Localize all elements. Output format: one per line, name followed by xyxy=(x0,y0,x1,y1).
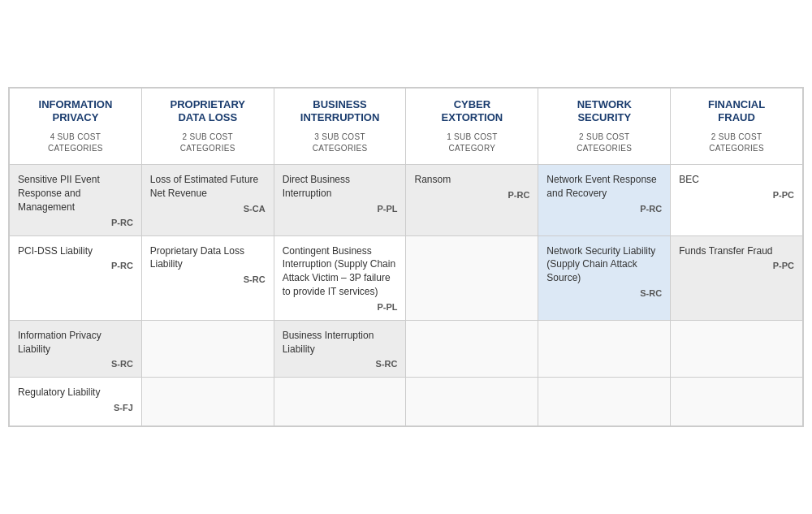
table-row: Proprietary Data Loss LiabilityS-RC xyxy=(142,236,274,321)
cell-label: Regulatory Liability xyxy=(18,386,133,400)
header-title-cyber-extortion: CYBER EXTORTION xyxy=(412,98,531,126)
header-title-financial-fraud: FINANCIAL FRAUD xyxy=(677,98,796,126)
header-sub-prop-data-loss: 2 SUB COST CATEGORIES xyxy=(149,132,267,154)
cell-code: P-RC xyxy=(18,218,133,227)
cell-code: P-PC xyxy=(679,261,794,270)
header-cell-info-privacy: INFORMATION PRIVACY4 SUB COST CATEGORIES xyxy=(10,89,142,166)
header-title-info-privacy: INFORMATION PRIVACY xyxy=(16,98,135,126)
header-cell-network-security: NETWORK SECURITY2 SUB COST CATEGORIES xyxy=(538,89,671,166)
cell-code: S-RC xyxy=(546,288,662,298)
cell-label: Proprietary Data Loss Liability xyxy=(150,244,266,272)
cell-code: P-RC xyxy=(18,261,133,270)
cell-code: P-RC xyxy=(546,204,662,214)
cell-code: P-PL xyxy=(283,204,398,214)
header-sub-biz-interruption: 3 SUB COST CATEGORIES xyxy=(281,132,400,154)
header-title-network-security: NETWORK SECURITY xyxy=(545,98,663,126)
header-cell-financial-fraud: FINANCIAL FRAUD2 SUB COST CATEGORIES xyxy=(671,89,803,166)
cell-code: S-RC xyxy=(18,359,133,369)
cell-code: S-RC xyxy=(150,274,266,284)
table-row: Contingent Business Interruption (Supply… xyxy=(274,236,407,321)
table-row xyxy=(274,378,407,426)
header-sub-cyber-extortion: 1 SUB COST CATEGORY xyxy=(412,132,531,154)
table-row xyxy=(538,321,671,378)
table-row: Regulatory LiabilityS-FJ xyxy=(10,378,142,426)
cell-label: PCI-DSS Liability xyxy=(18,244,133,258)
header-cell-biz-interruption: BUSINESS INTERRUPTION3 SUB COST CATEGORI… xyxy=(274,89,407,166)
table-grid: INFORMATION PRIVACY4 SUB COST CATEGORIES… xyxy=(9,88,803,427)
table-row: Network Security Liability (Supply Chain… xyxy=(538,236,671,321)
table-row: Network Event Response and RecoveryP-RC xyxy=(538,165,671,235)
table-row: BECP-PC xyxy=(671,165,803,235)
cell-code: P-RC xyxy=(414,190,529,200)
cell-label: Network Security Liability (Supply Chain… xyxy=(546,244,662,285)
cell-label: Ransom xyxy=(414,173,529,187)
table-row: Information Privacy LiabilityS-RC xyxy=(10,321,142,378)
table-row xyxy=(538,378,671,426)
header-cell-prop-data-loss: PROPRIETARY DATA LOSS2 SUB COST CATEGORI… xyxy=(142,89,274,166)
cell-code: S-RC xyxy=(283,359,398,369)
table-row: Direct Business InterruptionP-PL xyxy=(274,165,407,235)
table-row: PCI-DSS LiabilityP-RC xyxy=(10,236,142,321)
table-row: Funds Transfer FraudP-PC xyxy=(671,236,803,321)
table-row xyxy=(142,321,274,378)
main-table: INFORMATION PRIVACY4 SUB COST CATEGORIES… xyxy=(8,87,804,428)
table-row xyxy=(406,378,538,426)
cell-label: BEC xyxy=(679,173,794,187)
cell-code: P-PL xyxy=(283,302,398,312)
cell-label: Business Interruption Liability xyxy=(283,329,398,356)
table-row: Sensitive PII Event Response and Managem… xyxy=(10,165,142,235)
header-sub-financial-fraud: 2 SUB COST CATEGORIES xyxy=(677,132,796,154)
cell-label: Network Event Response and Recovery xyxy=(546,173,662,201)
table-row xyxy=(142,378,274,426)
cell-label: Information Privacy Liability xyxy=(18,329,133,356)
header-title-prop-data-loss: PROPRIETARY DATA LOSS xyxy=(149,98,267,126)
header-sub-info-privacy: 4 SUB COST CATEGORIES xyxy=(16,132,135,154)
table-row: Business Interruption LiabilityS-RC xyxy=(274,321,407,378)
table-row xyxy=(671,378,803,426)
cell-label: Contingent Business Interruption (Supply… xyxy=(283,244,398,299)
header-title-biz-interruption: BUSINESS INTERRUPTION xyxy=(281,98,400,126)
table-row: RansomP-RC xyxy=(406,165,538,235)
header-sub-network-security: 2 SUB COST CATEGORIES xyxy=(545,132,663,154)
cell-code: S-CA xyxy=(150,204,266,214)
cell-label: Sensitive PII Event Response and Managem… xyxy=(18,173,133,214)
cell-code: S-FJ xyxy=(18,403,133,412)
cell-label: Loss of Estimated Future Net Revenue xyxy=(150,173,266,201)
table-row xyxy=(406,321,538,378)
table-row xyxy=(671,321,803,378)
table-row: Loss of Estimated Future Net RevenueS-CA xyxy=(142,165,274,235)
header-cell-cyber-extortion: CYBER EXTORTION1 SUB COST CATEGORY xyxy=(406,89,538,166)
table-row xyxy=(406,236,538,321)
cell-code: P-PC xyxy=(679,190,794,200)
cell-label: Direct Business Interruption xyxy=(283,173,398,201)
cell-label: Funds Transfer Fraud xyxy=(679,244,794,258)
